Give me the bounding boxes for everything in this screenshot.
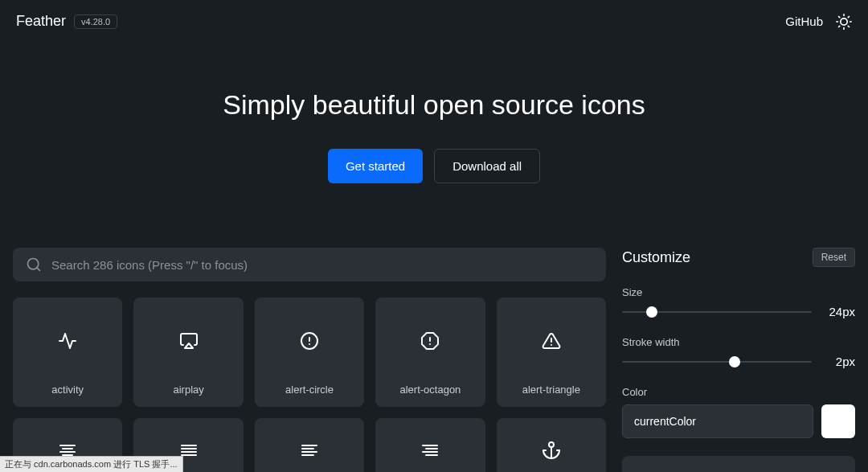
size-label: Size: [622, 286, 855, 298]
icon-label: airplay: [173, 384, 203, 407]
alert-triangle-icon: [542, 331, 561, 351]
hero: Simply beautiful open source icons Get s…: [0, 43, 868, 215]
theme-toggle-button[interactable]: [836, 14, 852, 30]
alert-octagon-icon: [420, 331, 440, 351]
anchor-icon: [542, 441, 561, 460]
icon-card-alert-octagon[interactable]: alert-octagon: [375, 298, 485, 407]
color-swatch[interactable]: [821, 404, 855, 438]
size-value: 24px: [823, 305, 855, 318]
customize-title: Customize: [622, 249, 690, 266]
svg-line-7: [839, 26, 840, 27]
airplay-icon: [179, 331, 199, 351]
icon-label: activity: [51, 384, 84, 407]
align-left-icon: [300, 441, 319, 460]
icon-card-alert-circle[interactable]: alert-circle: [255, 298, 364, 407]
svg-point-0: [841, 18, 847, 24]
ad-box: [622, 456, 855, 472]
size-slider[interactable]: [622, 311, 812, 313]
svg-line-3: [839, 16, 840, 17]
main: activity airplay alert-circle alert-octa…: [0, 215, 868, 472]
svg-line-4: [848, 26, 849, 27]
search-icon: [26, 257, 42, 273]
svg-marker-11: [185, 343, 193, 348]
browser-statusbar: 正在与 cdn.carbonads.com 进行 TLS 握手...: [0, 456, 183, 472]
version-badge[interactable]: v4.28.0: [74, 14, 117, 29]
icon-label: alert-octagon: [399, 384, 461, 407]
github-link[interactable]: GitHub: [785, 14, 823, 28]
icon-card-align-left[interactable]: [255, 418, 364, 472]
header-left: Feather v4.28.0: [16, 13, 117, 30]
stroke-label: Stroke width: [622, 336, 855, 348]
size-control: Size 24px: [622, 286, 855, 318]
download-all-button[interactable]: Download all: [434, 149, 540, 183]
icon-card-anchor[interactable]: [497, 418, 606, 472]
icon-card-activity[interactable]: activity: [13, 298, 122, 407]
customize-sidebar: Customize Reset Size 24px Stroke width 2…: [622, 248, 855, 472]
icon-card-align-right[interactable]: [375, 418, 485, 472]
icon-label: alert-circle: [285, 384, 334, 407]
header-right: GitHub: [785, 14, 852, 30]
activity-icon: [58, 331, 77, 351]
color-control: Color: [622, 386, 855, 438]
stroke-slider[interactable]: [622, 361, 812, 363]
hero-title: Simply beautiful open source icons: [0, 89, 868, 121]
header: Feather v4.28.0 GitHub: [0, 0, 868, 43]
color-label: Color: [622, 386, 855, 398]
stroke-value: 2px: [823, 355, 855, 368]
content: activity airplay alert-circle alert-octa…: [13, 248, 606, 472]
hero-buttons: Get started Download all: [0, 149, 868, 183]
reset-button[interactable]: Reset: [813, 248, 855, 267]
svg-line-10: [37, 268, 40, 271]
icon-label: alert-triangle: [522, 384, 580, 407]
logo[interactable]: Feather: [16, 13, 66, 30]
sidebar-header: Customize Reset: [622, 248, 855, 267]
color-input[interactable]: [622, 404, 813, 438]
icon-card-alert-triangle[interactable]: alert-triangle: [497, 298, 606, 407]
align-right-icon: [420, 441, 440, 460]
icon-grid: activity airplay alert-circle alert-octa…: [13, 298, 606, 472]
stroke-control: Stroke width 2px: [622, 336, 855, 368]
get-started-button[interactable]: Get started: [328, 149, 423, 183]
search-input[interactable]: [51, 258, 593, 272]
sun-icon: [836, 14, 852, 30]
alert-circle-icon: [300, 331, 319, 351]
search-bar[interactable]: [13, 248, 606, 281]
icon-card-airplay[interactable]: airplay: [133, 298, 243, 407]
svg-line-8: [848, 16, 849, 17]
